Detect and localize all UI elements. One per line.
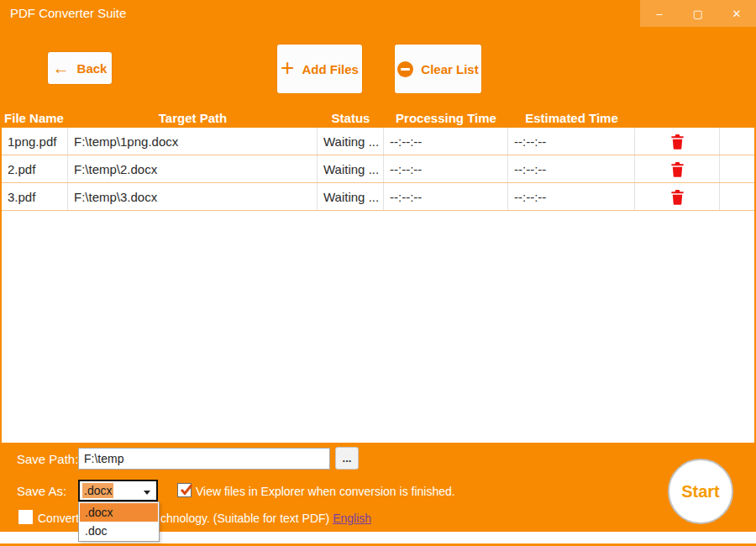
maximize-button[interactable]: ▢ xyxy=(679,0,717,27)
window-title: PDF Converter Suite xyxy=(10,6,126,20)
save-as-dropdown-popup: .docx .doc xyxy=(78,501,160,542)
row-spacer xyxy=(720,183,754,210)
save-as-dropdown[interactable]: .docx xyxy=(78,480,158,501)
ocr-label-right: chnology. (Suitable for text PDF) Englis… xyxy=(160,512,371,525)
clear-list-button[interactable]: Clear List xyxy=(395,45,481,93)
header-file-name: File Name xyxy=(0,111,68,125)
trash-icon xyxy=(670,161,685,177)
checkmark-icon xyxy=(179,482,194,497)
start-button[interactable]: Start xyxy=(668,459,733,524)
dropdown-option-docx[interactable]: .docx xyxy=(80,503,158,522)
header-estimated-time: Estimated Time xyxy=(508,111,635,125)
target-path-cell: F:\temp\1png.docx xyxy=(68,128,318,155)
save-path-label: Save Path: xyxy=(17,452,78,466)
header-target-path: Target Path xyxy=(68,111,318,125)
status-cell: Waiting ... xyxy=(318,155,384,182)
browse-button[interactable]: ... xyxy=(335,447,359,470)
status-cell: Waiting ... xyxy=(318,128,384,155)
window-controls: – ▢ ✕ xyxy=(640,0,756,27)
clear-list-button-label: Clear List xyxy=(421,62,478,76)
english-link[interactable]: English xyxy=(333,512,371,525)
estimated-time-cell: --:--:-- xyxy=(508,155,635,182)
table-header: File Name Target Path Status Processing … xyxy=(0,108,756,128)
estimated-time-cell: --:--:-- xyxy=(508,128,635,155)
table-row: 2.pdf F:\temp\2.docx Waiting ... --:--:-… xyxy=(2,155,754,183)
delete-row-button[interactable] xyxy=(666,131,688,151)
chevron-down-icon xyxy=(144,491,150,495)
ocr-label-left: Convert xyxy=(38,512,79,525)
dropdown-option-doc[interactable]: .doc xyxy=(80,522,158,540)
header-status: Status xyxy=(318,111,384,125)
trash-icon xyxy=(670,189,685,205)
file-name-cell: 1png.pdf xyxy=(2,128,68,155)
ocr-checkbox[interactable] xyxy=(18,510,33,524)
file-name-cell: 3.pdf xyxy=(2,183,68,210)
target-path-cell: F:\temp\3.docx xyxy=(68,183,318,210)
back-button[interactable]: ← Back xyxy=(48,52,112,84)
processing-time-cell: --:--:-- xyxy=(384,183,508,210)
add-files-button[interactable]: + Add Files xyxy=(277,45,362,93)
processing-time-cell: --:--:-- xyxy=(384,128,508,155)
file-list-panel: 1png.pdf F:\temp\1png.docx Waiting ... -… xyxy=(2,128,754,443)
save-as-label: Save As: xyxy=(17,484,66,498)
close-button[interactable]: ✕ xyxy=(717,0,756,27)
file-name-cell: 2.pdf xyxy=(2,155,68,182)
status-cell: Waiting ... xyxy=(318,183,384,210)
save-path-input[interactable] xyxy=(78,448,330,470)
header-processing-time: Processing Time xyxy=(384,111,508,125)
save-as-value: .docx xyxy=(82,483,113,498)
estimated-time-cell: --:--:-- xyxy=(508,183,635,210)
row-spacer xyxy=(720,155,754,182)
back-arrow-icon: ← xyxy=(53,60,70,76)
minimize-button[interactable]: – xyxy=(640,0,679,27)
table-row: 1png.pdf F:\temp\1png.docx Waiting ... -… xyxy=(2,128,754,155)
view-files-checkbox[interactable] xyxy=(177,483,192,497)
target-path-cell: F:\temp\2.docx xyxy=(68,155,318,182)
row-spacer xyxy=(720,128,754,155)
titlebar: PDF Converter Suite – ▢ ✕ xyxy=(0,0,756,27)
trash-icon xyxy=(670,134,685,150)
minus-circle-icon xyxy=(397,61,413,77)
table-row: 3.pdf F:\temp\3.docx Waiting ... --:--:-… xyxy=(2,183,754,211)
add-files-button-label: Add Files xyxy=(302,62,359,76)
back-button-label: Back xyxy=(77,61,108,76)
processing-time-cell: --:--:-- xyxy=(384,155,508,182)
plus-icon: + xyxy=(281,56,294,80)
view-files-label: View files in Explorer when conversion i… xyxy=(196,485,455,498)
ocr-label-right-text: chnology. (Suitable for text PDF) xyxy=(160,512,333,525)
delete-row-button[interactable] xyxy=(666,159,688,179)
delete-row-button[interactable] xyxy=(666,186,688,207)
